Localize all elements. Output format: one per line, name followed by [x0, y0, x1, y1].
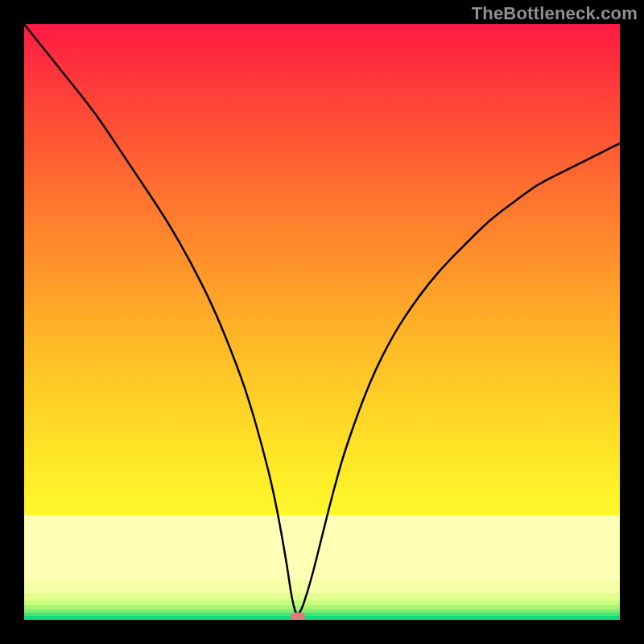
bottleneck-curve	[24, 24, 620, 614]
minimum-point-marker	[291, 613, 305, 620]
curve-layer	[24, 24, 620, 620]
plot-area	[24, 24, 620, 620]
watermark-text: TheBottleneck.com	[472, 3, 638, 24]
outer-frame: TheBottleneck.com	[0, 0, 644, 644]
